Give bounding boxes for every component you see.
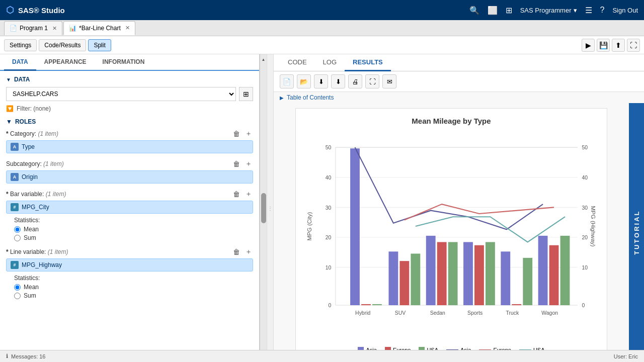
result-save-icon[interactable]: 📄 — [280, 74, 294, 88]
sign-out-button[interactable]: Sign Out — [612, 7, 638, 14]
export-icon[interactable]: ⬆ — [612, 39, 625, 52]
sub-tab-information[interactable]: INFORMATION — [95, 54, 153, 71]
save-icon[interactable]: 💾 — [597, 39, 610, 52]
info-icon: ℹ — [6, 353, 8, 359]
split-button[interactable]: Split — [88, 39, 111, 51]
dataset-select[interactable]: SASHELP.CARS — [6, 87, 236, 101]
apps-icon[interactable]: ⊞ — [506, 6, 512, 15]
line-variable-add-button[interactable]: ＋ — [244, 247, 253, 256]
bar-mean-row: Mean — [14, 226, 253, 233]
result-tab-code[interactable]: CODE — [280, 54, 315, 71]
search-icon[interactable]: 🔍 — [469, 6, 479, 15]
line-sum-radio[interactable] — [14, 293, 21, 299]
fullscreen-icon[interactable]: ⛶ — [627, 39, 640, 52]
tab-program1-close[interactable]: ✕ — [52, 25, 57, 32]
toc-label: Table of Contents — [287, 94, 334, 101]
code-results-button[interactable]: Code/Results — [39, 39, 86, 51]
bar-variable-delete-button[interactable]: 🗑 — [232, 190, 241, 199]
result-tab-results[interactable]: RESULTS — [345, 54, 391, 71]
roles-header[interactable]: ▼ ROLES — [6, 118, 253, 125]
bar-suv-europe — [399, 261, 409, 305]
svg-text:20: 20 — [582, 235, 588, 240]
line-variable-count: (1 item) — [48, 248, 68, 255]
result-open-icon[interactable]: 📂 — [297, 74, 311, 88]
result-download2-icon[interactable]: ⬇ — [331, 74, 345, 88]
settings-button[interactable]: Settings — [4, 39, 37, 51]
bar-sum-radio[interactable] — [14, 235, 21, 241]
tab-program1[interactable]: 📄 Program 1 ✕ — [4, 21, 62, 35]
menu-icon[interactable]: ☰ — [585, 6, 592, 15]
category-add-button[interactable]: ＋ — [244, 129, 253, 138]
home-icon[interactable]: ⬜ — [488, 6, 498, 15]
dataset-grid-button[interactable]: ⊞ — [239, 87, 253, 101]
line-variable-item[interactable]: # MPG_Highway — [6, 258, 253, 272]
toc-row[interactable]: ▶ Table of Contents — [274, 92, 644, 103]
panel-divider[interactable]: ⋮ — [267, 54, 274, 362]
line-mean-radio[interactable] — [14, 284, 21, 291]
result-download-icon[interactable]: ⬇ — [314, 74, 328, 88]
sub-tab-appearance[interactable]: APPEARANCE — [36, 54, 95, 71]
result-toolbar: 📄 📂 ⬇ ⬇ 🖨 ⛶ ✉ — [274, 71, 644, 92]
bar-variable-label-row: * Bar variable: (1 item) 🗑 ＋ — [6, 190, 253, 199]
bar-hybrid-usa — [372, 304, 382, 305]
subcategory-label-text: Subcategory: — [6, 160, 42, 167]
bar-sum-label: Sum — [24, 234, 36, 241]
bar-wagon-usa — [560, 236, 570, 305]
status-user: User: Eric — [614, 353, 638, 359]
line-sum-label: Sum — [24, 292, 36, 299]
bar-variable-add-button[interactable]: ＋ — [244, 190, 253, 199]
result-tabs: CODE LOG RESULTS — [274, 54, 644, 71]
category-item[interactable]: A Type — [6, 140, 253, 153]
scroll-thumb[interactable] — [261, 193, 266, 223]
sub-tab-data[interactable]: DATA — [4, 54, 36, 71]
bar-sedan-europe — [437, 242, 447, 305]
line-variable-var-icon: # — [11, 261, 19, 269]
toc-arrow-icon: ▶ — [280, 95, 284, 101]
bar-sedan-usa — [448, 242, 458, 305]
bar-sedan-asia — [426, 236, 436, 305]
result-print-icon[interactable]: 🖨 — [348, 74, 362, 88]
roles-arrow: ▼ — [6, 118, 12, 125]
svg-text:MPG (Highway): MPG (Highway) — [590, 206, 596, 246]
chart-area: Mean Mileage by Type 0 — [274, 103, 629, 362]
bar-truck-usa — [523, 258, 532, 305]
subcategory-delete-button[interactable]: 🗑 — [232, 159, 241, 168]
left-scrollbar[interactable]: ▲ ▼ — [260, 54, 267, 362]
line-variable-actions: 🗑 ＋ — [232, 247, 253, 256]
data-section-arrow: ▼ — [6, 77, 11, 82]
line-variable-label-row: * Line variable: (1 item) 🗑 ＋ — [6, 247, 253, 256]
tutorial-sidebar[interactable]: TUTORIAL — [629, 103, 644, 362]
data-section-header[interactable]: ▼ DATA — [6, 76, 253, 83]
subcategory-add-button[interactable]: ＋ — [244, 159, 253, 168]
right-panel: CODE LOG RESULTS 📄 📂 ⬇ ⬇ 🖨 ⛶ ✉ ▶ Table o… — [274, 54, 644, 362]
svg-text:30: 30 — [326, 205, 332, 211]
statusbar: ℹ Messages: 16 User: Eric — [0, 350, 644, 362]
user-menu-button[interactable]: SAS Programmer ▾ — [520, 7, 577, 14]
line-variable-label: MPG_Highway — [22, 261, 62, 268]
help-icon[interactable]: ? — [600, 6, 605, 15]
tab-bar-line-chart-close[interactable]: ✕ — [125, 25, 130, 31]
subcategory-item[interactable]: A Origin — [6, 170, 253, 184]
bar-variable-var-icon: # — [11, 203, 19, 211]
result-email-icon[interactable]: ✉ — [382, 74, 396, 88]
line-variable-delete-button[interactable]: 🗑 — [232, 247, 241, 256]
bar-hybrid-asia — [350, 148, 360, 305]
svg-text:30: 30 — [582, 205, 588, 211]
tab-bar-line-chart[interactable]: 📊 *Bar-Line Chart ✕ — [63, 21, 135, 35]
subcategory-actions: 🗑 ＋ — [232, 159, 253, 168]
chart-container: Mean Mileage by Type 0 — [295, 108, 607, 361]
svg-text:Wagon: Wagon — [541, 310, 558, 316]
bar-suv-usa — [411, 253, 420, 305]
bar-variable-item[interactable]: # MPG_City — [6, 201, 253, 214]
result-expand-icon[interactable]: ⛶ — [365, 74, 379, 88]
run-icon[interactable]: ▶ — [582, 39, 595, 52]
dataset-row: SASHELP.CARS ⊞ — [6, 87, 253, 101]
category-delete-button[interactable]: 🗑 — [232, 129, 241, 138]
result-tab-log[interactable]: LOG — [315, 54, 345, 71]
bar-mean-radio[interactable] — [14, 226, 21, 233]
svg-text:MPG (City): MPG (City) — [306, 212, 312, 240]
app-title: SAS® Studio — [18, 6, 65, 15]
chart-inner: 0 10 20 30 40 50 MPG (City) 0 10 20 — [304, 131, 599, 344]
category-var-icon: A — [11, 143, 19, 151]
svg-text:20: 20 — [326, 235, 332, 240]
